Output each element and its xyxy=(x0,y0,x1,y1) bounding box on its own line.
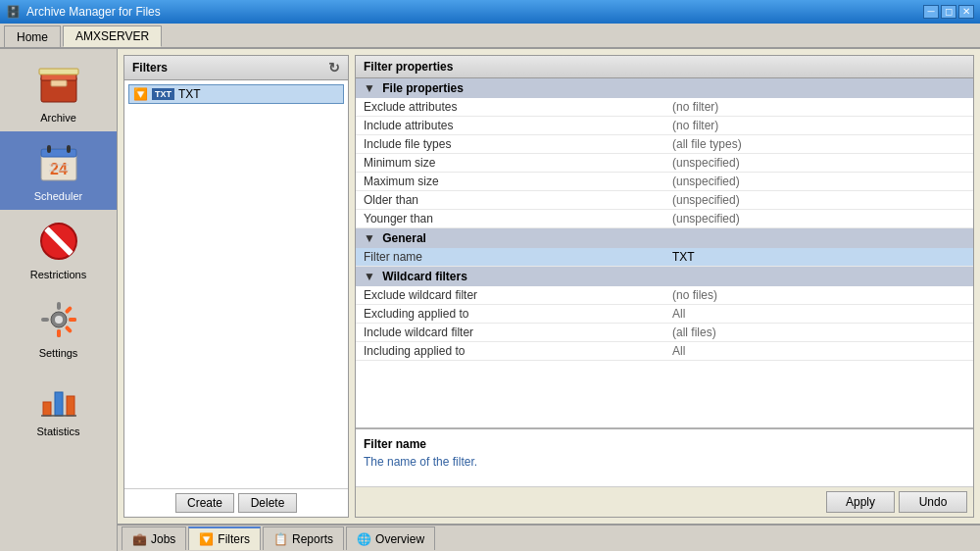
prop-name-include-attr: Include attributes xyxy=(356,117,664,135)
prop-exclude-wildcard[interactable]: Exclude wildcard filter (no files) xyxy=(356,286,973,305)
svg-rect-20 xyxy=(69,318,76,322)
sidebar-item-settings[interactable]: Settings xyxy=(0,288,117,367)
svg-rect-17 xyxy=(41,318,49,322)
prop-name-exclude-attr: Exclude attributes xyxy=(356,98,664,117)
prop-value-older-than: (unspecified) xyxy=(664,191,973,210)
filters-panel: Filters ↻ 🔽 TXT TXT Create Delete xyxy=(123,55,349,518)
prop-name-filter-name: Filter name xyxy=(356,248,664,267)
title-bar-title: 🗄️ Archive Manager for Files xyxy=(6,5,161,19)
prop-filter-name[interactable]: Filter name TXT xyxy=(356,248,973,267)
tab-reports[interactable]: 📋 Reports xyxy=(263,526,344,550)
filters-buttons: Create Delete xyxy=(124,488,348,517)
sidebar-item-archive[interactable]: Archive xyxy=(0,53,117,131)
title-bar: 🗄️ Archive Manager for Files ─ ◻ ✕ xyxy=(0,0,980,24)
svg-rect-2 xyxy=(51,80,67,86)
prop-including-applied[interactable]: Including applied to All xyxy=(356,342,973,361)
svg-rect-22 xyxy=(57,329,61,337)
prop-exclude-attributes[interactable]: Exclude attributes (no filter) xyxy=(356,98,973,117)
tab-amxserver[interactable]: AMXSERVER xyxy=(63,25,162,47)
svg-rect-23 xyxy=(43,402,51,416)
undo-button[interactable]: Undo xyxy=(899,491,967,513)
tab-overview[interactable]: 🌐 Overview xyxy=(346,526,435,550)
settings-label: Settings xyxy=(39,347,78,359)
filters-header: Filters ↻ xyxy=(124,56,348,80)
prop-value-excluding-applied: All xyxy=(664,305,973,324)
svg-rect-5 xyxy=(41,149,76,157)
overview-label: Overview xyxy=(375,532,424,546)
prop-include-attributes[interactable]: Include attributes (no filter) xyxy=(356,117,973,135)
reports-icon: 📋 xyxy=(273,532,288,546)
sidebar-item-restrictions[interactable]: Restrictions xyxy=(0,210,117,288)
prop-max-size[interactable]: Maximum size (unspecified) xyxy=(356,173,973,191)
svg-rect-25 xyxy=(67,396,74,416)
svg-point-14 xyxy=(55,316,63,324)
overview-icon: 🌐 xyxy=(357,532,371,546)
description-title: Filter name xyxy=(364,437,965,451)
apply-button[interactable]: Apply xyxy=(826,491,895,513)
prop-include-wildcard[interactable]: Include wildcard filter (all files) xyxy=(356,324,973,342)
section-title-wildcard: Wildcard filters xyxy=(382,270,467,283)
tab-filters[interactable]: 🔽 Filters xyxy=(188,526,261,550)
properties-data-table: ▼ File properties Exclude attributes (no… xyxy=(356,78,973,361)
properties-table: ▼ File properties Exclude attributes (no… xyxy=(356,78,973,427)
main-container: Archive 24 Scheduler xyxy=(0,49,980,551)
settings-icon xyxy=(35,296,82,343)
svg-rect-24 xyxy=(55,392,63,416)
svg-rect-7 xyxy=(67,145,71,153)
prop-name-max-size: Maximum size xyxy=(356,173,664,191)
filters-tab-icon: 🔽 xyxy=(199,532,214,546)
prop-value-min-size: (unspecified) xyxy=(664,154,973,173)
prop-min-size[interactable]: Minimum size (unspecified) xyxy=(356,154,973,173)
prop-name-min-size: Minimum size xyxy=(356,154,664,173)
restore-button[interactable]: ◻ xyxy=(941,5,956,19)
filter-item-txt[interactable]: 🔽 TXT TXT xyxy=(128,84,344,104)
filters-tab-label: Filters xyxy=(218,532,250,546)
prop-include-file-types[interactable]: Include file types (all file types) xyxy=(356,135,973,154)
action-buttons: Apply Undo xyxy=(356,486,973,517)
prop-value-file-types: (all file types) xyxy=(664,135,973,154)
section-title-general: General xyxy=(382,231,426,245)
close-button[interactable]: ✕ xyxy=(958,5,974,19)
prop-name-file-types: Include file types xyxy=(356,135,664,154)
description-area: Filter name The name of the filter. xyxy=(356,427,973,486)
section-general: ▼ General xyxy=(356,228,973,249)
sidebar-item-statistics[interactable]: Statistics xyxy=(0,367,117,445)
panel-area: Filters ↻ 🔽 TXT TXT Create Delete xyxy=(118,49,980,524)
prop-younger-than[interactable]: Younger than (unspecified) xyxy=(356,210,973,228)
create-filter-button[interactable]: Create xyxy=(175,493,234,513)
svg-rect-19 xyxy=(64,306,72,314)
prop-value-include-attr: (no filter) xyxy=(664,117,973,135)
svg-text:24: 24 xyxy=(50,161,68,177)
prop-older-than[interactable]: Older than (unspecified) xyxy=(356,191,973,210)
svg-rect-21 xyxy=(64,326,72,333)
description-text: The name of the filter. xyxy=(364,455,965,469)
archive-icon xyxy=(35,61,82,108)
delete-filter-button[interactable]: Delete xyxy=(238,493,297,513)
prop-name-exclude-wildcard: Exclude wildcard filter xyxy=(356,286,664,305)
section-file-properties: ▼ File properties xyxy=(356,78,973,98)
jobs-icon: 💼 xyxy=(132,532,147,546)
tab-jobs[interactable]: 💼 Jobs xyxy=(122,526,186,550)
section-toggle-file[interactable]: ▼ xyxy=(364,81,375,95)
restrictions-label: Restrictions xyxy=(30,269,86,280)
statistics-icon xyxy=(35,375,82,422)
prop-value-include-wildcard: (all files) xyxy=(664,324,973,342)
svg-rect-6 xyxy=(47,145,51,153)
prop-name-younger-than: Younger than xyxy=(356,210,664,228)
refresh-icon[interactable]: ↻ xyxy=(328,60,340,75)
prop-name-older-than: Older than xyxy=(356,191,664,210)
scheduler-label: Scheduler xyxy=(34,190,83,202)
filters-content: 🔽 TXT TXT xyxy=(124,80,348,488)
content-area: Filters ↻ 🔽 TXT TXT Create Delete xyxy=(118,49,980,551)
section-toggle-general[interactable]: ▼ xyxy=(364,231,375,245)
menu-tabs: Home AMXSERVER xyxy=(0,24,980,49)
section-wildcard: ▼ Wildcard filters xyxy=(356,267,973,287)
archive-label: Archive xyxy=(40,112,76,124)
section-toggle-wildcard[interactable]: ▼ xyxy=(364,270,375,283)
minimize-button[interactable]: ─ xyxy=(923,5,939,19)
prop-value-exclude-attr: (no filter) xyxy=(664,98,973,117)
prop-excluding-applied[interactable]: Excluding applied to All xyxy=(356,305,973,324)
sidebar: Archive 24 Scheduler xyxy=(0,49,118,551)
tab-home[interactable]: Home xyxy=(4,25,61,47)
sidebar-item-scheduler[interactable]: 24 Scheduler xyxy=(0,131,117,210)
